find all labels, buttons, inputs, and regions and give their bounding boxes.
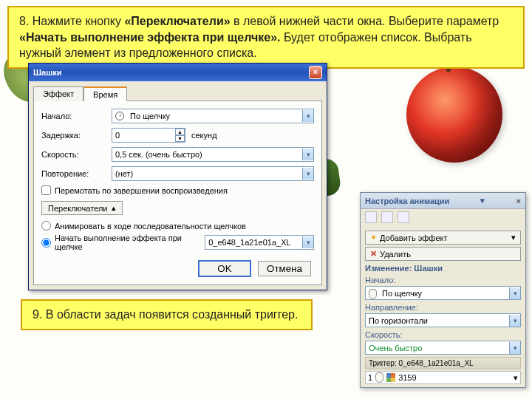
text: в левой нижней части окна. Выберите пара… [233,15,499,27]
pane-title-text: Настройка анимации [365,197,449,205]
chevron-down-icon [509,342,520,354]
triggers-button[interactable]: Переключатели [41,201,123,215]
x-icon: ✕ [370,249,377,259]
clock-icon [115,112,124,120]
triggers-button-label: Переключатели [48,204,107,213]
radio-animate-sequence[interactable]: Анимировать в ходе последовательности ще… [41,221,314,231]
chevron-down-icon [509,287,520,299]
label-delay: Задержка: [41,131,112,140]
speed-value: 0,5 сек. (очень быстро) [115,150,202,159]
change-label: Изменение: Шашки [365,264,521,273]
checkbox-icon[interactable] [41,185,51,195]
effect-icon [386,373,395,382]
chevron-down-icon[interactable]: ▾ [514,373,518,383]
tab-effect[interactable]: Эффект [33,86,83,101]
dialog-tabs: Эффект Время [29,81,327,100]
trigger-group-label: Триггер: 0_e648_1a21e01a_XL [365,357,521,369]
start-dropdown[interactable]: По щелчку [112,109,314,123]
star-icon: ✦ [370,233,377,242]
dialog-titlebar[interactable]: Шашки × [29,64,327,81]
text-bold: «Начать выполнение эффекта при щелчке». [19,31,281,44]
close-icon[interactable]: × [516,197,521,205]
remove-button[interactable]: ✕ Удалить [365,247,521,261]
pane-start-dropdown[interactable]: По щелчку [365,286,521,300]
trigger-target-value: 0_e648_1a21e01a_XL [208,238,290,247]
chevron-down-icon [509,315,520,327]
rewind-checkbox[interactable]: Перемотать по завершении воспроизведения [41,185,314,195]
radio-label: Начать выполнение эффекта при щелчке [55,233,199,251]
repeat-dropdown[interactable]: (нет) [112,166,314,181]
pane-start-label: Начало: [365,276,521,284]
pane-dir-label: Направление: [365,303,521,312]
radio-icon[interactable] [41,238,51,248]
speed-dropdown[interactable]: 0,5 сек. (очень быстро) [112,147,314,162]
item-index: 1 [368,373,372,382]
pane-dropdown-icon[interactable]: ▾ [480,196,485,205]
pane-speed-dropdown[interactable]: Очень быстро [365,341,521,355]
trigger-target-dropdown[interactable]: 0_e648_1a21e01a_XL [205,235,314,250]
chevron-down-icon [302,236,313,248]
instruction-step-9: 9. В области задач появится созданный тр… [21,299,313,330]
add-effect-button[interactable]: ✦ Добавить эффект ▾ [365,231,521,245]
close-icon[interactable]: × [309,66,322,79]
item-text: 3159 [398,373,416,382]
tab-time[interactable]: Время [83,86,127,101]
spin-down-icon[interactable]: ▼ [175,135,185,142]
radio-label: Анимировать в ходе последовательности ще… [55,222,246,231]
delay-unit: секунд [191,131,217,140]
home-icon[interactable] [398,211,409,223]
dialog-title: Шашки [33,68,62,77]
start-value: По щелчку [130,112,170,120]
pane-speed-label: Скорость: [365,330,521,339]
timing-dialog: Шашки × Эффект Время Начало: По щелчку З… [28,63,327,290]
repeat-value: (нет) [115,169,133,178]
add-effect-label: Добавить эффект [380,233,447,242]
radio-icon[interactable] [41,221,51,231]
pane-toolbar [361,209,525,225]
mouse-icon [369,289,377,299]
label-repeat: Повторение: [41,169,112,178]
spin-up-icon[interactable]: ▲ [175,129,185,135]
chevron-down-icon [302,110,313,122]
forward-icon[interactable] [381,211,393,223]
animation-task-pane: Настройка анимации ▾ × ✦ Добавить эффект… [360,192,526,388]
chevron-down-icon: ▾ [511,233,516,242]
animation-list-item[interactable]: 1 3159 ▾ [365,371,521,384]
pane-titlebar[interactable]: Настройка анимации ▾ × [361,193,525,209]
delay-spinner[interactable]: 0 ▲ ▼ [112,128,185,143]
text: 8. Нажмите кнопку [19,15,124,27]
label-speed: Скорость: [41,150,112,159]
delay-value: 0 [115,131,120,140]
instruction-step-8: 8. Нажмите кнопку «Переключатели» в лево… [7,6,525,69]
ok-button[interactable]: OK [198,260,251,277]
rewind-label: Перемотать по завершении воспроизведения [55,186,228,195]
label-start: Начало: [41,112,112,120]
pane-speed-value: Очень быстро [369,344,422,352]
remove-label: Удалить [380,250,411,259]
bg-apple [406,66,502,163]
back-icon[interactable] [365,211,377,223]
chevron-down-icon [302,168,313,180]
cancel-button[interactable]: Отмена [258,261,311,276]
radio-start-on-click[interactable]: Начать выполнение эффекта при щелчке 0_e… [41,233,314,251]
text: 9. В области задач появится созданный тр… [33,308,298,321]
mouse-icon [375,372,383,383]
pane-dir-value: По горизонтали [369,316,428,325]
tab-panel-time: Начало: По щелчку Задержка: 0 ▲ ▼ секунд [33,100,322,285]
chevron-down-icon [302,149,313,160]
pane-start-value: По щелчку [382,289,422,298]
text-bold: «Переключатели» [124,15,230,27]
pane-dir-dropdown[interactable]: По горизонтали [365,313,521,327]
